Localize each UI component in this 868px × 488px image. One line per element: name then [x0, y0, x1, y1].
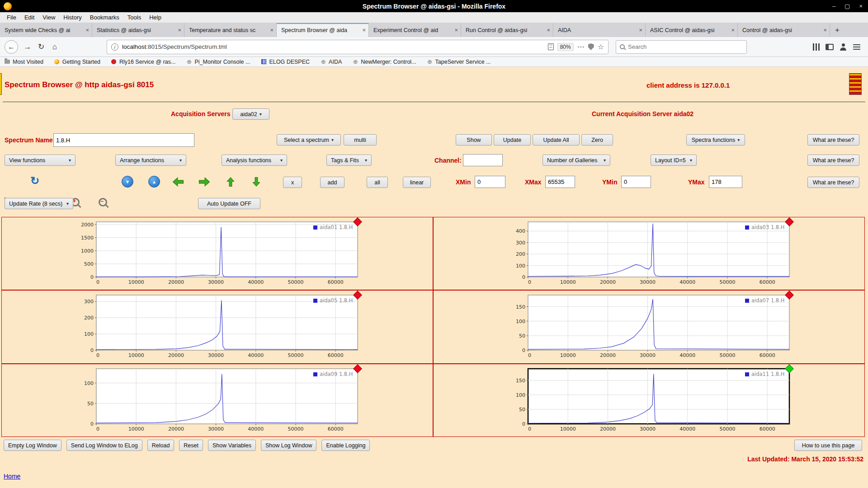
url-text[interactable]: localhost:8015/Spectrum/Spectrum.tml [122, 43, 544, 50]
new-tab-button[interactable]: + [830, 23, 844, 37]
tab[interactable]: ASIC Control @ aidas-gsi× [646, 23, 738, 37]
tab[interactable]: Experiment Control @ aid× [369, 23, 461, 37]
site-info-icon[interactable]: i [111, 43, 118, 51]
show-log-window-button[interactable]: Show Log Window [261, 440, 317, 451]
search-bar[interactable] [616, 40, 747, 54]
reader-mode-icon[interactable] [548, 43, 554, 50]
acquisition-server-select[interactable]: aida02 ▾ [232, 108, 269, 120]
reload-button[interactable]: Reload [147, 440, 175, 451]
menu-file[interactable]: File [3, 13, 20, 22]
bookmark-item[interactable]: Most Visited [5, 59, 43, 65]
what-are-these-button-2[interactable]: What are these? [807, 155, 859, 166]
empty-log-window-button[interactable]: Empty Log Window [4, 440, 61, 451]
gallery-cell-aida03[interactable]: 0100002000030000400005000060000010020030… [433, 217, 865, 290]
gallery-cell-aida09[interactable]: 0100002000030000400005000060000050100aid… [1, 364, 433, 437]
menu-edit[interactable]: Edit [20, 13, 38, 22]
update-button[interactable]: Update [494, 134, 531, 145]
x-button[interactable]: x [283, 177, 302, 188]
expand-y-icon[interactable]: ▲ [148, 176, 160, 188]
tab[interactable]: AIDA× [553, 23, 646, 37]
home-button[interactable]: ⌂ [48, 40, 61, 54]
tab-close-icon[interactable]: × [85, 27, 89, 33]
bookmark-item[interactable]: ELOG DESPEC [261, 59, 310, 65]
channel-input[interactable] [463, 154, 503, 166]
show-variables-button[interactable]: Show Variables [208, 440, 256, 451]
menu-button[interactable] [850, 40, 863, 54]
ymin-input[interactable] [621, 176, 651, 188]
show-button[interactable]: Show [456, 134, 492, 145]
tab[interactable]: System wide Checks @ ai× [0, 23, 92, 37]
move-down-icon[interactable] [251, 176, 262, 188]
reset-button[interactable]: Reset [179, 440, 203, 451]
tab-close-icon[interactable]: × [454, 27, 458, 33]
tab-close-icon[interactable]: × [362, 27, 366, 33]
analysis-functions-dropdown[interactable]: Analysis functions ▾ [222, 155, 287, 166]
number-of-galleries-dropdown[interactable]: Number of Galleries ▾ [542, 155, 610, 166]
zoom-level-indicator[interactable]: 80% [557, 43, 574, 51]
library-button[interactable] [809, 40, 823, 54]
search-input[interactable] [628, 43, 743, 50]
bookmark-item[interactable]: ⊕NewMerger: Control... [353, 59, 416, 65]
auto-update-button[interactable]: Auto Update OFF [198, 198, 260, 209]
tab[interactable]: Temperature and status sc× [184, 23, 277, 37]
linear-button[interactable]: linear [403, 177, 431, 188]
page-actions-icon[interactable]: ⋯ [577, 42, 585, 51]
add-button[interactable]: add [320, 177, 344, 188]
menu-tools[interactable]: Tools [123, 13, 145, 22]
close-button[interactable]: × [859, 3, 863, 9]
what-are-these-button-3[interactable]: What are these? [807, 177, 859, 188]
tab-close-icon[interactable]: × [270, 27, 274, 33]
arrange-functions-dropdown[interactable]: Arrange functions ▾ [115, 155, 186, 166]
how-to-use-button[interactable]: How to use this page [794, 440, 862, 451]
gallery-cell-aida11[interactable]: 0100002000030000400005000060000050100150… [433, 364, 865, 437]
minimize-button[interactable]: – [832, 3, 835, 9]
tab[interactable]: Spectrum Browser @ aida× [277, 23, 369, 37]
menu-bookmarks[interactable]: Bookmarks [86, 13, 123, 22]
multi-button[interactable]: multi [344, 134, 377, 145]
account-button[interactable] [836, 40, 850, 54]
tab-close-icon[interactable]: × [178, 27, 181, 33]
ymax-input[interactable] [709, 176, 742, 188]
bookmark-item[interactable]: ⊕TapeServer Service ... [427, 59, 491, 65]
update-rate-dropdown[interactable]: Update Rate (8 secs) ▾ [5, 198, 73, 209]
refresh-icon[interactable]: ↻ [30, 175, 39, 186]
back-button[interactable]: ← [5, 40, 18, 54]
spectra-functions-dropdown[interactable]: Spectra functions ▾ [686, 134, 745, 145]
compress-y-icon[interactable]: ▼ [122, 176, 133, 188]
view-functions-dropdown[interactable]: View functions ▾ [5, 155, 75, 166]
tab-close-icon[interactable]: × [731, 27, 735, 33]
xmax-input[interactable] [545, 176, 575, 188]
menu-view[interactable]: View [38, 13, 59, 22]
spectrum-name-input[interactable] [53, 133, 194, 147]
tab[interactable]: Run Control @ aidas-gsi× [461, 23, 553, 37]
bookmark-item[interactable]: ⊕AIDA [321, 59, 342, 65]
gallery-cell-aida07[interactable]: 0100002000030000400005000060000050100150… [433, 290, 865, 363]
all-button[interactable]: all [367, 177, 388, 188]
tab[interactable]: Control @ aidas-gsi× [738, 23, 830, 37]
tags-fits-dropdown[interactable]: Tags & Fits ▾ [326, 155, 372, 166]
send-log-window-to-elog-button[interactable]: Send Log Window to ELog [66, 440, 142, 451]
select-spectrum-dropdown[interactable]: Select a spectrum ▾ [277, 134, 341, 145]
home-link[interactable]: Home [4, 473, 20, 480]
tab-close-icon[interactable]: × [639, 27, 642, 33]
menu-history[interactable]: History [59, 13, 85, 22]
bookmark-item[interactable]: ⊕Pi_Monitor Console ... [186, 59, 250, 65]
xmin-input[interactable] [475, 176, 505, 188]
maximize-button[interactable]: ▢ [844, 3, 850, 9]
bookmark-item[interactable]: Rly16 Service @ ras... [111, 59, 176, 65]
move-up-icon[interactable] [225, 176, 236, 188]
forward-button[interactable]: → [21, 40, 34, 54]
tab-close-icon[interactable]: × [823, 27, 827, 33]
tab[interactable]: Statistics @ aidas-gsi× [92, 23, 184, 37]
url-bar[interactable]: i localhost:8015/Spectrum/Spectrum.tml 8… [107, 40, 609, 54]
zero-button[interactable]: Zero [581, 134, 613, 145]
gallery-cell-aida01[interactable]: 0100002000030000400005000060000050010001… [1, 217, 433, 290]
move-left-icon[interactable] [172, 177, 184, 187]
update-all-button[interactable]: Update All [533, 134, 580, 145]
tracking-shield-icon[interactable] [588, 43, 594, 50]
move-right-icon[interactable] [198, 177, 211, 187]
gallery-cell-aida05[interactable]: 0100002000030000400005000060000010020030… [1, 290, 433, 363]
reload-button[interactable]: ↻ [34, 40, 48, 54]
layout-id-dropdown[interactable]: Layout ID=5 ▾ [651, 155, 697, 166]
menu-help[interactable]: Help [145, 13, 165, 22]
